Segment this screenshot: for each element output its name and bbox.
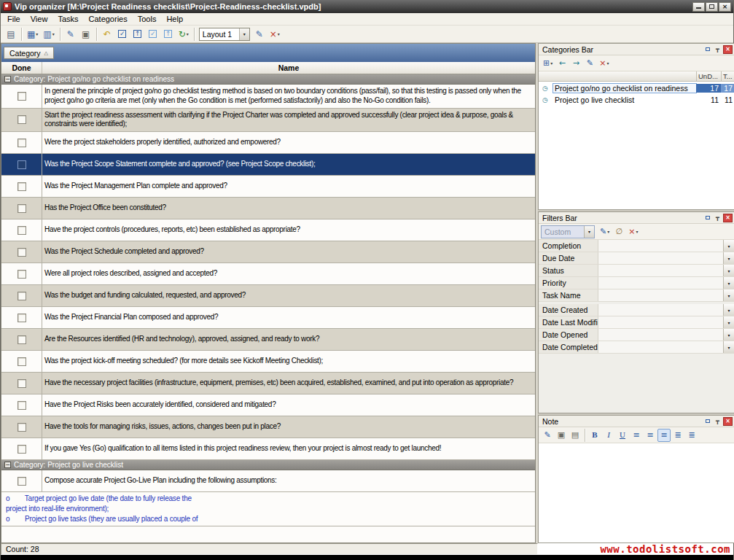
edit-note-icon[interactable]: ✎ <box>541 429 554 442</box>
delete-filter-icon[interactable]: ×▾ <box>626 225 640 238</box>
restore-button[interactable] <box>706 2 718 12</box>
close-button[interactable]: × <box>719 2 731 12</box>
maximize-panel-icon[interactable] <box>703 417 712 426</box>
task-row[interactable]: Have the project controls (procedures, r… <box>1 219 535 241</box>
paste-icon[interactable]: ▤ <box>569 429 582 442</box>
organizer-view-icon[interactable]: ▤ <box>4 27 18 42</box>
task-row[interactable]: Was the project kick-off meeting schedul… <box>1 351 535 373</box>
undo-icon[interactable]: ↶ <box>100 27 114 42</box>
edit-filter-icon[interactable]: ✎▾ <box>598 225 612 238</box>
filter-value-input[interactable] <box>598 265 723 276</box>
complete-task-icon[interactable]: ✓ <box>115 27 130 42</box>
group-header[interactable]: −Category: Project go/no go checklist on… <box>1 74 535 85</box>
task-checkbox[interactable] <box>17 139 26 147</box>
edit-category-icon[interactable]: ✎ <box>583 57 596 70</box>
column-header-name[interactable]: Name <box>42 62 535 74</box>
close-panel-icon[interactable]: × <box>723 417 733 426</box>
close-panel-icon[interactable]: × <box>723 45 733 54</box>
pin-panel-icon[interactable]: ┳ <box>713 45 722 54</box>
filter-value-input[interactable] <box>598 252 723 264</box>
move-right-icon[interactable]: → <box>569 57 582 70</box>
align-left-icon[interactable]: ≡ <box>630 429 643 442</box>
task-row[interactable]: Has the Project Office been constituted? <box>1 198 535 219</box>
task-checkbox[interactable] <box>17 270 26 279</box>
dropdown-arrow-icon[interactable]: ▾ <box>723 329 734 341</box>
filter-preset-select[interactable]: Custom▾ <box>541 225 595 238</box>
task-row[interactable]: Was the Project Management Plan complete… <box>1 176 535 198</box>
task-checkbox[interactable] <box>17 182 26 191</box>
app-icon[interactable] <box>3 2 12 11</box>
task-row[interactable]: Compose accurate Project Go-Live Plan in… <box>1 470 535 492</box>
layout-select[interactable]: Layout 1▾ <box>199 28 250 41</box>
column-header-undone[interactable]: UnD... <box>696 71 721 81</box>
dropdown-arrow-icon[interactable]: ▾ <box>723 304 734 316</box>
window-titlebar[interactable]: Vip organizer [M:\Project Readiness chec… <box>1 0 733 13</box>
task-row[interactable]: Were all project roles described, assign… <box>1 263 535 285</box>
dropdown-arrow-icon[interactable]: ▾ <box>239 28 249 40</box>
task-checkbox[interactable] <box>17 379 26 388</box>
maximize-panel-icon[interactable] <box>703 45 712 54</box>
task-checkbox[interactable] <box>17 292 26 300</box>
group-by-category-button[interactable]: Category △ <box>4 47 54 59</box>
task-row[interactable]: Have the necessary project facilities (i… <box>1 373 535 394</box>
view-mode-icon[interactable]: ▥▾ <box>41 27 56 42</box>
column-header-done[interactable]: Done <box>1 62 42 74</box>
edit-task-icon[interactable]: ✎ <box>63 27 78 42</box>
filter-value-input[interactable] <box>598 329 723 341</box>
task-row[interactable]: If you gave Yes (Go) qualification to al… <box>1 438 535 460</box>
task-note-row[interactable]: o Target project go live date (the date … <box>1 492 535 526</box>
copy-icon[interactable]: ▣ <box>555 429 568 442</box>
filter-value-input[interactable] <box>598 240 723 252</box>
task-row[interactable]: Start the project readiness assessment w… <box>1 109 535 133</box>
menu-tasks[interactable]: Tasks <box>52 14 83 24</box>
underline-icon[interactable]: U <box>616 429 629 442</box>
dropdown-arrow-icon[interactable]: ▾ <box>723 252 734 264</box>
task-checkbox[interactable] <box>17 160 26 169</box>
task-checkbox[interactable] <box>17 248 26 257</box>
dropdown-arrow-icon[interactable]: ▾ <box>723 265 734 276</box>
delete-layout-icon[interactable]: ×▾ <box>268 27 282 42</box>
approve-all-icon[interactable]: ✓ <box>146 27 160 42</box>
filter-value-input[interactable] <box>598 316 723 328</box>
menu-tools[interactable]: Tools <box>133 14 162 24</box>
category-item[interactable]: ◷Project go live checklist1111 <box>539 94 734 106</box>
task-row[interactable]: Were the project stakeholders properly i… <box>1 132 535 154</box>
dropdown-arrow-icon[interactable]: ▾ <box>723 277 734 289</box>
move-left-icon[interactable]: ← <box>555 57 569 70</box>
numbered-list-icon[interactable]: ≣ <box>685 429 698 442</box>
new-category-icon[interactable]: ⊞▾ <box>541 57 555 70</box>
maximize-panel-icon[interactable] <box>703 214 712 222</box>
filter-value-input[interactable] <box>598 277 723 289</box>
move-up-icon[interactable]: ↑ <box>130 27 145 42</box>
italic-icon[interactable]: I <box>602 429 615 442</box>
pin-panel-icon[interactable]: ┳ <box>713 214 722 222</box>
task-checkbox[interactable] <box>17 204 26 213</box>
task-checkbox[interactable] <box>17 477 26 486</box>
bullet-list-icon[interactable]: ≣ <box>671 429 684 442</box>
task-checkbox[interactable] <box>17 92 26 101</box>
close-panel-icon[interactable]: × <box>723 214 733 222</box>
collapse-icon[interactable]: − <box>4 76 11 82</box>
column-header-total[interactable]: T... <box>721 71 734 81</box>
task-checkbox[interactable] <box>17 357 26 366</box>
task-checkbox[interactable] <box>17 423 26 432</box>
dropdown-arrow-icon[interactable]: ▾ <box>723 316 734 328</box>
new-task-icon[interactable]: ▦▾ <box>25 27 40 42</box>
task-row[interactable]: Was the budget and funding calculated, r… <box>1 285 535 307</box>
task-checkbox[interactable] <box>17 314 26 322</box>
bold-icon[interactable]: B <box>588 429 601 442</box>
task-checkbox[interactable] <box>17 335 26 344</box>
task-row[interactable]: In general the principle of project go/n… <box>1 85 535 109</box>
task-row[interactable]: Was the Project Financial Plan composed … <box>1 307 535 329</box>
task-row[interactable]: Was the Project Schedule completed and a… <box>1 241 535 263</box>
notes-icon[interactable]: ▣ <box>79 27 93 42</box>
task-row[interactable]: Have the Project Risks been accurately i… <box>1 394 535 416</box>
task-row[interactable]: Have the tools for managing risks, issue… <box>1 416 535 438</box>
align-center-icon[interactable]: ≡ <box>644 429 657 442</box>
task-checkbox[interactable] <box>17 445 26 454</box>
dropdown-arrow-icon[interactable]: ▾ <box>723 289 734 301</box>
dropdown-arrow-icon[interactable]: ▾ <box>584 226 594 238</box>
menu-categories[interactable]: Categories <box>84 14 133 24</box>
task-row[interactable]: Was the Project Scope Statement complete… <box>1 154 535 176</box>
menu-help[interactable]: Help <box>161 14 188 24</box>
